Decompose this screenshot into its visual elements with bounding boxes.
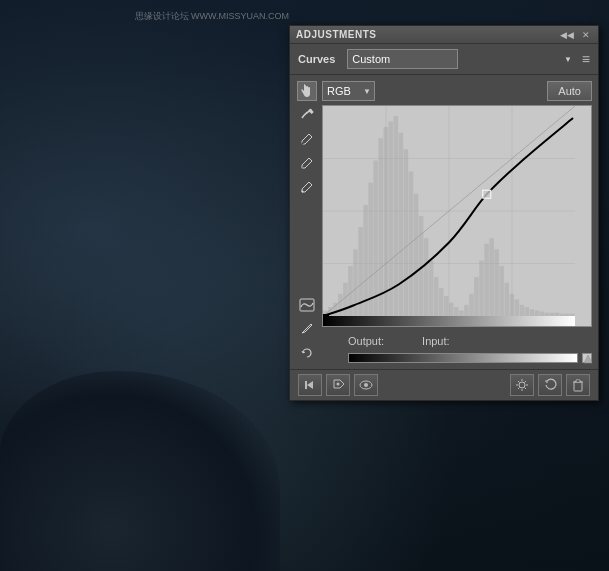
delete-btn[interactable] xyxy=(566,374,590,396)
settings-btn[interactable] xyxy=(510,374,534,396)
curves-label: Curves xyxy=(298,53,335,65)
panel-footer xyxy=(290,369,598,400)
adjustments-panel: ADJUSTMENTS ◀◀ ✕ Curves CustomDefaultStr… xyxy=(289,25,599,401)
visibility-btn[interactable] xyxy=(354,374,378,396)
panel-content: RGB Red Green Blue Auto Output: Input: xyxy=(290,75,598,369)
panel-title: ADJUSTMENTS xyxy=(296,29,377,40)
auto-button[interactable]: Auto xyxy=(547,81,592,101)
svg-marker-6 xyxy=(307,381,313,389)
panel-titlebar: ADJUSTMENTS ◀◀ ✕ xyxy=(290,26,598,44)
svg-marker-5 xyxy=(584,355,592,363)
rotate-btn[interactable] xyxy=(297,343,317,363)
reset-icon xyxy=(543,378,557,392)
output-input-row: Output: Input: xyxy=(322,331,592,349)
trash-icon xyxy=(571,378,585,392)
svg-point-1 xyxy=(302,143,304,145)
pointer-icon xyxy=(299,83,315,99)
collapse-button[interactable]: ◀◀ xyxy=(558,30,576,40)
triangle-icon xyxy=(583,354,593,364)
eyedropper-black-icon xyxy=(300,132,314,146)
preset-select[interactable]: CustomDefaultStrong ContrastLinear Contr… xyxy=(347,49,458,69)
input-label: Input: xyxy=(422,335,450,347)
curve-area: RGB Red Green Blue Auto Output: Input: xyxy=(322,81,592,363)
watermark: 思缘设计论坛 WWW.MISSYUAN.COM xyxy=(135,10,290,23)
svg-point-11 xyxy=(519,382,525,388)
panel-menu-icon[interactable]: ≡ xyxy=(582,51,590,67)
wave-icon xyxy=(299,298,315,312)
svg-rect-7 xyxy=(305,381,307,389)
gradient-bar xyxy=(348,353,578,363)
svg-rect-0 xyxy=(308,108,314,114)
curve-canvas-wrapper[interactable] xyxy=(322,105,592,327)
reset-btn[interactable] xyxy=(538,374,562,396)
pencil-curve-btn[interactable] xyxy=(297,105,317,125)
preset-select-wrapper: CustomDefaultStrong ContrastLinear Contr… xyxy=(341,49,576,69)
svg-point-10 xyxy=(364,383,368,387)
channel-select[interactable]: RGB Red Green Blue xyxy=(322,81,375,101)
left-tools xyxy=(296,81,318,363)
wave-tool-btn[interactable] xyxy=(297,295,317,315)
footer-left xyxy=(298,374,378,396)
prev-state-icon xyxy=(303,379,317,391)
pencil-alt-btn[interactable] xyxy=(297,319,317,339)
panel-title-controls: ◀◀ ✕ xyxy=(558,30,592,40)
target-btn[interactable] xyxy=(326,374,350,396)
channel-select-wrapper: RGB Red Green Blue xyxy=(322,81,375,101)
pencil-curve-icon xyxy=(300,108,314,122)
svg-point-2 xyxy=(302,167,304,169)
eyedropper-white-icon xyxy=(300,180,314,194)
gradient-bar-right xyxy=(582,353,592,363)
gradient-bar-row xyxy=(322,353,592,363)
output-label: Output: xyxy=(348,335,384,347)
pointer-tool-btn[interactable] xyxy=(297,81,317,101)
eyedropper-gray-btn[interactable] xyxy=(297,153,317,173)
gear-icon xyxy=(515,378,529,392)
rotate-icon xyxy=(300,346,314,360)
eyedropper-white-btn[interactable] xyxy=(297,177,317,197)
curve-canvas xyxy=(323,106,575,326)
target-icon xyxy=(331,378,345,392)
eye-icon xyxy=(359,379,373,391)
svg-point-8 xyxy=(337,383,340,386)
close-button[interactable]: ✕ xyxy=(580,30,592,40)
svg-point-3 xyxy=(302,191,304,193)
svg-rect-12 xyxy=(574,382,582,391)
prev-state-btn[interactable] xyxy=(298,374,322,396)
eyedropper-gray-icon xyxy=(300,156,314,170)
curve-toolbar: RGB Red Green Blue Auto xyxy=(322,81,592,101)
footer-right xyxy=(510,374,590,396)
eyedropper-black-btn[interactable] xyxy=(297,129,317,149)
pencil-alt-icon xyxy=(300,322,314,336)
curves-header: Curves CustomDefaultStrong ContrastLinea… xyxy=(290,44,598,75)
